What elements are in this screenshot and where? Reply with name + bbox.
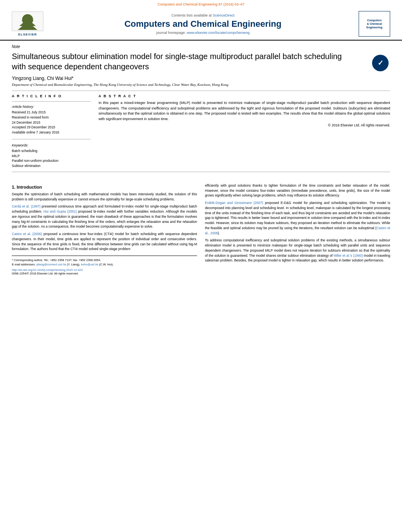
ref-castro2008-link[interactable]: Castro et al., 2008 <box>205 226 390 235</box>
article-history: Article history: Received 21 July 2015 R… <box>12 105 91 135</box>
footnote-asterisk: * Corresponding author. Tel.: +852 2358 … <box>12 258 197 263</box>
doi-link[interactable]: http://dx.doi.org/10.1016/j.compchemeng.… <box>12 268 197 272</box>
body-right-col: efficiently with good solutions thanks t… <box>205 183 390 275</box>
divider-info <box>12 101 91 102</box>
journal-center: Contents lists available at ScienceDirec… <box>47 13 359 35</box>
section-number: 1. <box>12 185 15 189</box>
copyright: © 2016 Elsevier Ltd. All rights reserved… <box>99 123 390 127</box>
keywords-label: Keywords: <box>12 143 91 147</box>
crossmark-logo: ✓ <box>370 53 390 73</box>
journal-logo-right: Computers & Chemical Engineering <box>359 11 390 37</box>
contents-text: Contents lists available at <box>171 13 212 17</box>
footnote-asterisk-text: * Corresponding author. Tel.: +852 2358 … <box>12 258 101 262</box>
keyword-3: Parallel non-uniform production <box>12 158 91 163</box>
article-info-label: A R T I C L E I N F O <box>12 94 91 98</box>
ref-cerda-link[interactable]: Cerdá et al. (1997) <box>12 204 41 208</box>
title-row: Simultaneous subtour elimination model f… <box>12 51 390 76</box>
crossmark-icon: ✓ <box>372 55 389 71</box>
email-label: E-mail addresses: <box>12 263 35 266</box>
ref-miller-link[interactable]: Miller et al.'s (1960) <box>333 254 363 258</box>
journal-title: Computers and Chemical Engineering <box>55 19 351 29</box>
intro-section-title: 1. Introduction <box>12 185 197 189</box>
history-revised-label: Received in revised form <box>12 115 91 120</box>
abstract-col: A B S T R A C T In this paper a mixed-in… <box>99 94 390 169</box>
history-received: Received 21 July 2015 <box>12 110 91 115</box>
authors: Yingzong Liang, Chi Wai Hui* <box>12 76 390 81</box>
abstract-text: In this paper a mixed-integer linear pro… <box>99 100 390 122</box>
journal-header: ELSEVIER Contents lists available at Sci… <box>0 8 402 41</box>
email1-link[interactable]: yliang@connect.ust.hk <box>36 263 66 266</box>
divider-body <box>12 172 390 172</box>
body-left-col: 1. Introduction Despite the optimization… <box>12 183 197 275</box>
ref-hui-link[interactable]: Hui and Gupta (2001) <box>43 209 77 213</box>
intro-para-2: Cerdá et al. (1997) presented continuous… <box>12 204 197 229</box>
history-label: Article history: <box>12 105 91 109</box>
history-online: Available online 7 January 2016 <box>12 130 91 135</box>
logo-line-1: Computers <box>367 19 382 22</box>
keyword-2: MILP <box>12 154 91 159</box>
ref-castro-link[interactable]: Castro et al. (2006) <box>12 232 42 236</box>
affiliation: Department of Chemical and Biomolecular … <box>12 83 390 87</box>
logo-box <box>12 11 43 31</box>
article-info-col: A R T I C L E I N F O Article history: R… <box>12 94 91 169</box>
email2-link[interactable]: kehu@ust.hk <box>81 263 99 266</box>
keywords-section: Keywords: Batch scheduling MILP Parallel… <box>12 143 91 169</box>
divider-keywords <box>12 139 91 139</box>
email1-name: (Y. Liang), <box>67 263 80 266</box>
author-names: Yingzong Liang, Chi Wai Hui* <box>12 76 74 81</box>
right-para-3: To address computational inefficiency an… <box>205 238 390 263</box>
elsevier-logo: ELSEVIER <box>8 11 47 36</box>
body-content: 1. Introduction Despite the optimization… <box>0 179 402 279</box>
homepage-url[interactable]: www.elsevier.com/locate/compchemeng <box>187 31 250 35</box>
footnote-section: * Corresponding author. Tel.: +852 2358 … <box>12 256 197 275</box>
contents-line: Contents lists available at ScienceDirec… <box>55 13 351 17</box>
homepage-text: journal homepage: <box>156 31 186 35</box>
page: Computers and Chemical Engineering 87 (2… <box>0 0 402 532</box>
keyword-4: Subtour elimination <box>12 163 91 169</box>
divider-1 <box>12 91 390 91</box>
section-title-text: Introduction <box>17 185 42 189</box>
keyword-1: Batch scheduling <box>12 148 91 154</box>
email2-name: (C.W. Hui). <box>99 263 114 266</box>
right-para-2: Erdirik-Dogan and Grossmann (2007) propo… <box>205 200 390 235</box>
article-info-abstract: A R T I C L E I N F O Article history: R… <box>12 94 390 169</box>
journal-logo-title: Computers & Chemical Engineering <box>367 19 382 29</box>
homepage-line: journal homepage: www.elsevier.com/locat… <box>55 31 351 35</box>
abstract-label: A B S T R A C T <box>99 94 390 98</box>
history-revised-date: 24 December 2015 <box>12 120 91 125</box>
sciencedirect-link[interactable]: ScienceDirect <box>213 13 235 17</box>
article-title: Simultaneous subtour elimination model f… <box>12 51 343 72</box>
logo-line-2: & Chemical <box>367 22 382 26</box>
history-accepted: Accepted 29 December 2015 <box>12 125 91 130</box>
footnote-email: E-mail addresses: yliang@connect.ust.hk … <box>12 263 197 267</box>
citation-text: Computers and Chemical Engineering 87 (2… <box>158 2 245 6</box>
intro-para-1: Despite the optimization of batch schedu… <box>12 192 197 202</box>
note-label: Note <box>12 44 390 49</box>
svg-point-2 <box>22 14 33 25</box>
right-para-1: efficiently with good solutions thanks t… <box>205 183 390 198</box>
elsevier-tree-svg <box>14 13 41 30</box>
logo-line-3: Engineering <box>367 26 382 29</box>
svg-rect-3 <box>26 24 29 29</box>
issn-text: 0098-1354/© 2016 Elsevier Ltd. All right… <box>12 272 197 275</box>
elsevier-logo-area: ELSEVIER <box>8 11 47 36</box>
intro-para-3: Castro et al. (2006) proposed a continuo… <box>12 232 197 252</box>
journal-citation-banner: Computers and Chemical Engineering 87 (2… <box>0 0 402 8</box>
elsevier-text: ELSEVIER <box>18 33 37 36</box>
ref-erdirik-link[interactable]: Erdirik-Dogan and Grossmann (2007) <box>205 201 263 205</box>
article-content: Note Simultaneous subtour elimination mo… <box>0 41 402 179</box>
